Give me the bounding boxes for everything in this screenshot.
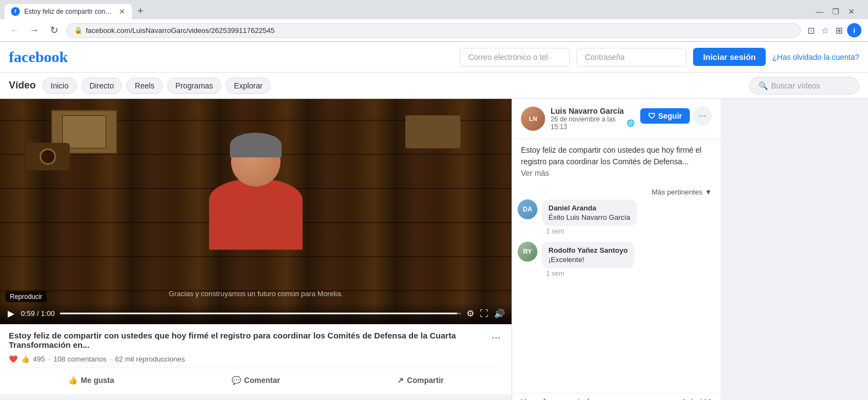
- close-button[interactable]: ✕: [844, 4, 859, 19]
- follow-button[interactable]: 🛡 Seguir: [640, 108, 690, 124]
- comment-content-2: Rodolfo Yañez Santoyo ¡Excelente! 1 sem: [542, 242, 634, 277]
- browser-omnibox: ← → ↻ 🔒 facebook.com/LuisNavarroGarc/vid…: [0, 19, 868, 42]
- like-label: Me gusta: [81, 376, 114, 385]
- comment-avatar-2[interactable]: RY: [518, 242, 537, 262]
- back-button[interactable]: ←: [7, 23, 22, 38]
- tab-favicon: f: [11, 7, 20, 16]
- volume-button[interactable]: 🔊: [494, 308, 505, 319]
- comments-count: 108 comentarios: [53, 355, 106, 363]
- comment-content-1: Daniel Aranda Éxito Luis Navarro García …: [542, 199, 637, 235]
- post-info: Luis Navarro García 26 de noviembre a la…: [551, 107, 635, 131]
- reaction-like-icon: 👍: [21, 355, 30, 363]
- video-info: Estoy feliz de compartir con ustedes que…: [0, 324, 512, 395]
- comment-label: Comentar: [244, 376, 280, 385]
- play-button[interactable]: ▶: [7, 307, 15, 320]
- sort-button[interactable]: Más pertinentes ▼: [652, 188, 712, 196]
- nav-inicio[interactable]: Inicio: [42, 77, 77, 94]
- sort-chevron-icon: ▼: [705, 188, 712, 196]
- profile-avatar[interactable]: i: [847, 23, 861, 37]
- nav-directo[interactable]: Directo: [81, 77, 122, 94]
- login-button[interactable]: Iniciar sesión: [693, 48, 766, 66]
- poster-avatar[interactable]: LN: [521, 107, 545, 131]
- restore-button[interactable]: ❐: [828, 4, 844, 19]
- sidebar: LN Luis Navarro García 26 de noviembre a…: [512, 99, 721, 400]
- forgot-link[interactable]: ¿Has olvidado la cuenta?: [772, 53, 859, 62]
- comments-counter: 2 de 106: [682, 398, 712, 400]
- video-progress-bar[interactable]: [60, 313, 461, 314]
- search-videos[interactable]: 🔍 Buscar vídeos: [749, 77, 859, 95]
- video-nav-title: Vídeo: [9, 80, 36, 91]
- forward-button[interactable]: →: [26, 23, 42, 38]
- comment-author-2: Rodolfo Yañez Santoyo: [548, 246, 628, 254]
- comment-text-2: ¡Excelente!: [548, 255, 628, 264]
- video-player[interactable]: Reproducir Gracias y construyamos un fut…: [0, 99, 512, 324]
- video-subtitle: Gracias y construyamos un futuro común p…: [0, 290, 512, 298]
- post-description: Estoy feliz de compartir con ustedes que…: [512, 139, 721, 185]
- extensions-icon[interactable]: ⊞: [833, 23, 845, 38]
- facebook-logo: facebook: [9, 48, 68, 66]
- nav-programas[interactable]: Programas: [167, 77, 221, 94]
- sidebar-header: LN Luis Navarro García 26 de noviembre a…: [512, 99, 721, 139]
- shelf-radio-1: [26, 143, 70, 170]
- see-more-link[interactable]: Ver más: [521, 169, 549, 177]
- screenshot-icon[interactable]: ⊡: [805, 23, 817, 38]
- nav-reels[interactable]: Reels: [127, 77, 163, 94]
- search-icon: 🔍: [759, 81, 768, 90]
- fullscreen-button[interactable]: ⛶: [480, 309, 488, 319]
- comment-item-1: DA Daniel Aranda Éxito Luis Navarro Garc…: [518, 199, 715, 235]
- minimize-button[interactable]: —: [811, 4, 828, 19]
- comment-time-1: 1 sem: [546, 227, 637, 235]
- video-more-button[interactable]: ···: [489, 331, 503, 343]
- address-bar[interactable]: 🔒 facebook.com/LuisNavarroGarc/videos/26…: [66, 23, 801, 38]
- page-wrapper: f Estoy feliz de compartir con ust ✕ + —…: [0, 0, 868, 400]
- share-button[interactable]: ↗ Compartir: [338, 373, 503, 388]
- email-input[interactable]: [460, 48, 570, 66]
- person-body: [209, 179, 303, 250]
- dot-separator-1: ·: [48, 355, 51, 363]
- active-browser-tab[interactable]: f Estoy feliz de compartir con ust ✕: [4, 4, 132, 19]
- comment-bubble-2: Rodolfo Yañez Santoyo ¡Excelente!: [542, 242, 634, 268]
- video-actions: 👍 Me gusta 💬 Comentar ↗ Compartir: [9, 368, 503, 388]
- browser-chrome: f Estoy feliz de compartir con ust ✕ + —…: [0, 0, 868, 42]
- password-input[interactable]: [576, 48, 686, 66]
- browser-tabs-row: f Estoy feliz de compartir con ust ✕ + —…: [0, 0, 868, 19]
- comment-author-1: Daniel Aranda: [548, 204, 630, 212]
- comment-button[interactable]: 💬 Comentar: [173, 373, 338, 388]
- comment-bubble-1: Daniel Aranda Éxito Luis Navarro García: [542, 199, 637, 226]
- reproduce-label: Reproducir: [6, 291, 47, 302]
- person-in-video: [209, 137, 303, 250]
- description-text: Estoy feliz de compartir con ustedes que…: [521, 146, 701, 166]
- comments-list: DA Daniel Aranda Éxito Luis Navarro Garc…: [512, 199, 721, 393]
- video-settings-button[interactable]: ⚙: [466, 308, 474, 319]
- video-time: 0:59 / 1:00: [21, 309, 54, 318]
- browser-right-icons: ⊡ ☆ ⊞ i: [805, 23, 861, 38]
- reactions-count: 495: [33, 355, 45, 363]
- new-tab-button[interactable]: +: [132, 3, 149, 19]
- share-label: Compartir: [407, 376, 444, 385]
- like-button[interactable]: 👍 Me gusta: [9, 373, 173, 388]
- follow-label: Seguir: [658, 112, 682, 120]
- see-more-comments-label[interactable]: Ver más comentarios: [521, 398, 598, 400]
- globe-icon: 🌐: [627, 119, 635, 127]
- video-progress-fill: [60, 313, 457, 314]
- reaction-love-icon: ❤️: [9, 355, 18, 363]
- star-icon[interactable]: ☆: [819, 23, 831, 38]
- more-options-button[interactable]: ···: [693, 107, 712, 125]
- dot-separator-2: ·: [109, 355, 112, 363]
- comment-avatar-1[interactable]: DA: [518, 199, 537, 219]
- search-placeholder: Buscar vídeos: [771, 81, 820, 90]
- like-icon: 👍: [68, 376, 78, 385]
- refresh-button[interactable]: ↻: [46, 23, 62, 38]
- comment-text-1: Éxito Luis Navarro García: [548, 213, 630, 221]
- url-text: facebook.com/LuisNavarroGarc/videos/2625…: [86, 26, 274, 35]
- post-date: 26 de noviembre a las 15:13: [551, 115, 624, 131]
- shelf-item-2: [405, 115, 460, 148]
- see-more-comments[interactable]: Ver más comentarios 2 de 106: [512, 393, 721, 400]
- tab-close-icon[interactable]: ✕: [119, 7, 125, 16]
- post-meta: 26 de noviembre a las 15:13 🌐: [551, 115, 635, 131]
- nav-explorar[interactable]: Explorar: [226, 77, 271, 94]
- main-content: Reproducir Gracias y construyamos un fut…: [0, 99, 868, 400]
- sidebar-actions: 🛡 Seguir ···: [640, 107, 712, 125]
- video-controls: ▶ 0:59 / 1:00 ⚙ ⛶ 🔊: [0, 303, 512, 324]
- shield-icon: 🛡: [648, 112, 656, 120]
